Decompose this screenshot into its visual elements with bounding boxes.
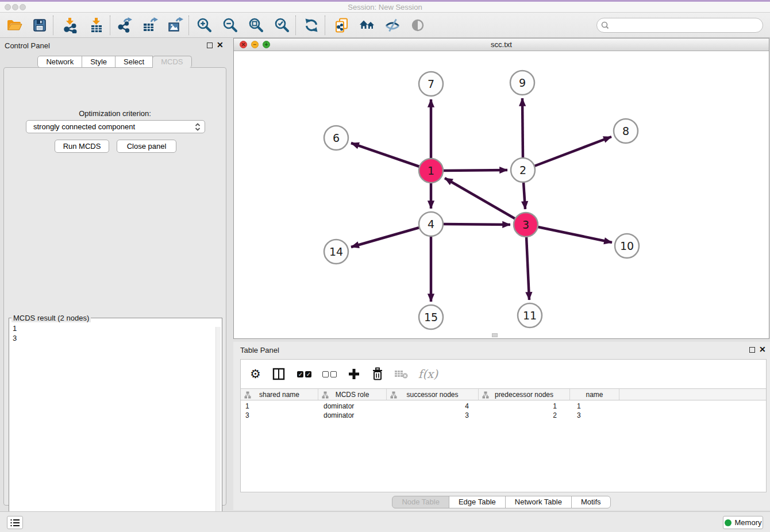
import-table-icon[interactable] [88, 17, 105, 34]
save-icon[interactable] [31, 17, 48, 34]
cell-successor-nodes[interactable]: 4 [387, 402, 479, 411]
add-column-icon[interactable] [347, 367, 361, 381]
edge-3-10[interactable] [538, 227, 612, 242]
import-network-icon[interactable] [61, 17, 79, 34]
memory-button[interactable]: Memory [723, 516, 763, 529]
toggle-panel-icon[interactable] [272, 368, 285, 380]
column-header-predecessor-nodes[interactable]: predecessor nodes [479, 389, 570, 400]
zoom-out-icon[interactable] [222, 17, 239, 34]
column-header-name[interactable]: name [570, 389, 619, 400]
tab-select[interactable]: Select [115, 56, 153, 68]
graphics-details-icon[interactable] [384, 17, 401, 34]
edge-2-3[interactable] [523, 182, 525, 209]
deselect-all-icon[interactable] [322, 371, 338, 377]
tab-style[interactable]: Style [82, 56, 116, 68]
optimization-criterion-select[interactable]: strongly connected component [26, 120, 205, 133]
graph-node-11[interactable] [518, 303, 542, 327]
network-graph: 1 2 3 4 6 7 8 9 10 [234, 51, 769, 338]
table-panel-title: Table Panel [240, 346, 279, 354]
cell-predecessor-nodes[interactable]: 1 [479, 402, 570, 411]
graph-node-2[interactable] [511, 158, 535, 182]
column-header-successor-nodes[interactable]: successor nodes [387, 389, 479, 400]
task-list-button[interactable] [7, 516, 23, 529]
table-row[interactable]: 3 dominator 3 2 3 [241, 411, 766, 420]
cell-shared-name[interactable]: 3 [241, 411, 318, 420]
control-panel-header: Control Panel ✕ [0, 38, 230, 53]
dropdown-stepper-icon [195, 122, 201, 135]
graph-node-6[interactable] [324, 126, 348, 150]
close-table-panel-icon[interactable]: ✕ [759, 345, 766, 353]
home-houses-icon[interactable] [359, 17, 376, 34]
graph-node-9[interactable] [510, 71, 534, 95]
network-window-titlebar[interactable]: ✕ − + scc.txt [234, 38, 769, 51]
select-all-icon[interactable]: ✓✓ [297, 371, 313, 377]
graph-node-8[interactable] [614, 119, 638, 143]
tab-network-table[interactable]: Network Table [505, 496, 572, 508]
refresh-layout-icon[interactable] [303, 17, 320, 34]
open-folder-icon[interactable] [6, 17, 23, 34]
network-canvas[interactable]: 1 2 3 4 6 7 8 9 10 [234, 51, 769, 338]
graph-node-3[interactable] [514, 213, 538, 237]
network-title: scc.txt [234, 40, 769, 49]
network-view-window: ✕ − + scc.txt [233, 38, 769, 339]
column-label: predecessor nodes [495, 391, 553, 399]
canvas-resize-grip[interactable] [492, 333, 498, 337]
cell-name[interactable]: 1 [570, 402, 619, 411]
export-image-icon[interactable] [167, 17, 184, 34]
tab-mcds[interactable]: MCDS [152, 56, 191, 68]
run-mcds-button[interactable]: Run MCDS [55, 140, 109, 153]
cell-mcds-role[interactable]: dominator [318, 411, 387, 420]
float-panel-icon[interactable] [207, 43, 213, 48]
graph-node-1[interactable] [419, 159, 443, 183]
graph-node-10[interactable] [615, 234, 639, 258]
tab-node-table[interactable]: Node Table [392, 496, 449, 508]
zoom-fit-icon[interactable] [248, 17, 265, 34]
search-icon [597, 21, 612, 30]
control-panel: Control Panel ✕ Network Style Select MCD… [0, 38, 230, 507]
search-input[interactable] [612, 21, 763, 30]
tab-edge-table[interactable]: Edge Table [449, 496, 506, 508]
table-panel: Table Panel ✕ ⚙ ✓✓ f(x) [233, 342, 770, 510]
edge-2-9[interactable] [522, 98, 523, 158]
mcds-result-title: MCDS result (2 nodes) [11, 314, 91, 322]
close-panel-button[interactable]: Close panel [117, 140, 176, 153]
edge-1-6[interactable] [351, 143, 419, 167]
graph-node-7[interactable] [419, 72, 443, 96]
edge-1-2[interactable] [443, 170, 507, 171]
column-header-mcds-role[interactable]: MCDS role [318, 389, 387, 400]
zoom-selected-icon[interactable] [274, 17, 291, 34]
clone-network-icon[interactable] [333, 17, 351, 34]
edge-3-1[interactable] [445, 178, 515, 219]
export-network-icon[interactable] [116, 17, 133, 34]
mac-titlebar: Session: New Session [0, 0, 770, 13]
trash-icon[interactable] [371, 367, 384, 381]
close-panel-icon[interactable]: ✕ [217, 41, 224, 49]
result-scrollbar[interactable] [215, 327, 221, 531]
edge-4-3[interactable] [443, 224, 510, 225]
column-label: MCDS role [336, 391, 369, 399]
cell-name[interactable]: 3 [570, 411, 619, 420]
cell-predecessor-nodes[interactable]: 2 [479, 411, 570, 420]
gear-icon[interactable]: ⚙ [250, 367, 261, 381]
tab-network[interactable]: Network [37, 56, 82, 68]
cell-mcds-role[interactable]: dominator [318, 402, 387, 411]
toolbar-separator [188, 16, 189, 35]
control-panel-title: Control Panel [5, 41, 50, 50]
edge-2-8[interactable] [534, 137, 611, 166]
toolbar-separator [295, 16, 296, 35]
column-label: successor nodes [406, 391, 458, 399]
tab-motifs[interactable]: Motifs [571, 496, 611, 508]
column-header-shared-name[interactable]: shared name [241, 389, 318, 400]
navigator-icon[interactable] [409, 17, 426, 34]
cell-shared-name[interactable]: 1 [241, 402, 318, 411]
cell-successor-nodes[interactable]: 3 [387, 411, 479, 420]
graph-node-14[interactable] [324, 240, 348, 264]
table-row[interactable]: 1 dominator 4 1 1 [241, 402, 766, 411]
export-table-icon[interactable] [141, 17, 159, 34]
zoom-in-icon[interactable] [196, 17, 213, 34]
graph-node-4[interactable] [419, 212, 443, 236]
edge-4-14[interactable] [351, 228, 419, 247]
edge-3-11[interactable] [526, 237, 529, 300]
float-table-panel-icon[interactable] [749, 347, 755, 353]
graph-node-15[interactable] [419, 305, 443, 329]
